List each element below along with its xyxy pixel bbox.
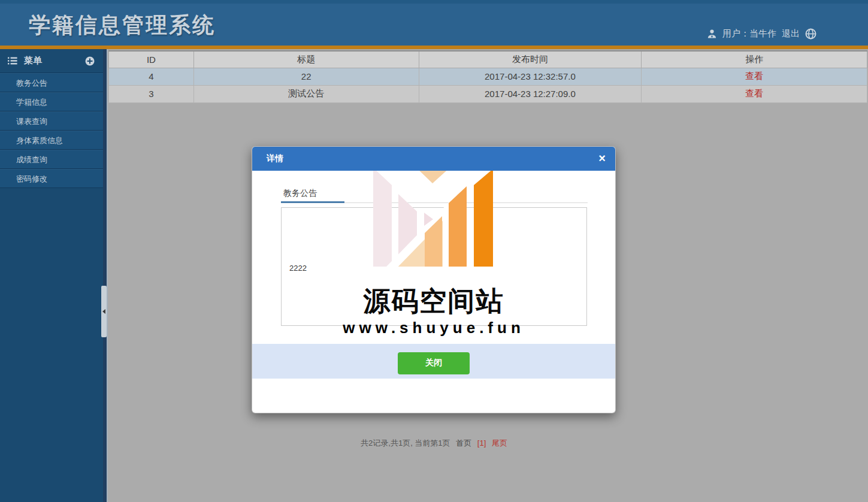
cell-title: 22 <box>193 68 419 85</box>
plus-icon[interactable] <box>85 56 95 66</box>
column-header-title: 标题 <box>193 51 419 68</box>
sidebar-item-label: 课表查询 <box>16 117 47 126</box>
column-header-time: 发布时间 <box>419 51 642 68</box>
cell-time: 2017-04-23 12:27:09.0 <box>419 85 642 102</box>
menu-list-icon <box>8 57 17 65</box>
sidebar-item-student-info[interactable]: 学籍信息 <box>0 92 103 111</box>
sidebar-menu: 教务公告 学籍信息 课表查询 身体素质信息 成绩查询 密码修改 <box>0 73 103 188</box>
page: 学籍信息管理系统 用户：当牛作 退出 菜单 <box>0 0 868 502</box>
sidebar-item-label: 密码修改 <box>16 174 47 183</box>
sidebar-collapse-handle[interactable] <box>101 286 107 337</box>
sidebar-item-label: 身体素质信息 <box>16 136 63 145</box>
detail-modal: 教务公告 2222 关闭 源码空间站 www.shuyue.fun <box>252 146 616 413</box>
sidebar-item-physical[interactable]: 身体素质信息 <box>0 131 103 150</box>
close-button[interactable]: 关闭 <box>398 352 470 374</box>
user-label: 用户：当牛作 <box>722 28 776 40</box>
first-page-link[interactable]: 首页 <box>456 439 471 447</box>
cell-id: 4 <box>109 68 194 85</box>
table-row[interactable]: 3 测试公告 2017-04-23 12:27:09.0 查看 <box>109 85 867 102</box>
announcement-content: 2222 <box>289 264 307 273</box>
sidebar-item-label: 学籍信息 <box>16 98 47 107</box>
sidebar-divider <box>103 49 108 502</box>
modal-footer: 关闭 <box>252 344 615 379</box>
app-header: 学籍信息管理系统 用户：当牛作 退出 <box>0 0 868 49</box>
modal-title: 详情 <box>267 153 283 164</box>
pagination-summary: 共2记录,共1页, 当前第1页 <box>361 439 450 447</box>
tab-active-underline <box>281 201 344 203</box>
sidebar-item-label: 教务公告 <box>16 78 47 87</box>
sidebar-item-password[interactable]: 密码修改 <box>0 169 103 188</box>
logout-link[interactable]: 退出 <box>782 28 800 40</box>
user-area: 用户：当牛作 退出 <box>707 26 816 41</box>
pagination: 共2记录,共1页, 当前第1页 首页 [1] 尾页 <box>0 438 868 449</box>
close-icon[interactable]: × <box>598 152 606 165</box>
tab-announcement[interactable]: 教务公告 <box>283 188 317 199</box>
table-header-row: ID 标题 发布时间 操作 <box>109 51 867 68</box>
sidebar-item-announcements[interactable]: 教务公告 <box>0 73 103 92</box>
collapse-arrow-icon <box>102 309 105 314</box>
announcement-table: ID 标题 发布时间 操作 4 22 2017-04-23 12:32:57.0… <box>108 50 867 103</box>
sidebar-item-label: 成绩查询 <box>16 155 47 164</box>
sidebar-item-grades[interactable]: 成绩查询 <box>0 150 103 169</box>
cell-time: 2017-04-23 12:32:57.0 <box>419 68 642 85</box>
announcement-content-box: 2222 <box>281 207 587 326</box>
menu-title: 菜单 <box>24 55 42 66</box>
app-title: 学籍信息管理系统 <box>29 11 216 40</box>
globe-icon[interactable] <box>805 28 816 40</box>
view-link[interactable]: 查看 <box>745 71 763 81</box>
table-row[interactable]: 4 22 2017-04-23 12:32:57.0 查看 <box>109 68 867 85</box>
column-header-id: ID <box>109 51 194 68</box>
user-avatar-icon <box>707 29 717 39</box>
column-header-action: 操作 <box>642 51 867 68</box>
current-page: [1] <box>477 439 486 447</box>
modal-header: 详情 × <box>252 147 615 171</box>
cell-id: 3 <box>109 85 194 102</box>
cell-title: 测试公告 <box>193 85 419 102</box>
sidebar-menu-header: 菜单 <box>0 49 103 73</box>
view-link[interactable]: 查看 <box>745 88 763 98</box>
last-page-link[interactable]: 尾页 <box>492 439 507 447</box>
sidebar: 菜单 教务公告 学籍信息 课表查询 身体素质信息 成绩查询 密码修改 <box>0 49 103 502</box>
sidebar-item-timetable[interactable]: 课表查询 <box>0 111 103 131</box>
